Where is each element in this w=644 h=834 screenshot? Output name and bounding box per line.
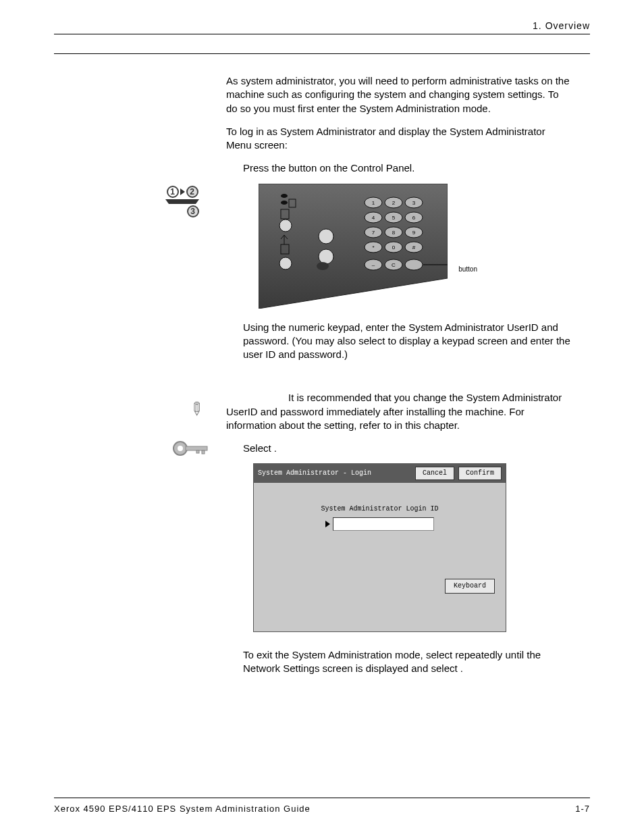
step-3-text: Select . bbox=[243, 442, 570, 455]
panel-button-label: button bbox=[458, 265, 477, 274]
svg-text:7: 7 bbox=[372, 230, 375, 236]
svg-text:6: 6 bbox=[412, 215, 416, 221]
svg-text:1: 1 bbox=[372, 200, 375, 206]
step-1-badge: 1 bbox=[167, 186, 179, 198]
control-panel-figure: 123 456 789 *0# –C button bbox=[259, 184, 448, 309]
arrow-right-icon bbox=[180, 188, 185, 195]
svg-point-1 bbox=[281, 201, 288, 205]
cancel-button[interactable]: Cancel bbox=[415, 467, 454, 480]
svg-point-41 bbox=[178, 446, 183, 451]
svg-rect-43 bbox=[202, 450, 205, 454]
svg-point-0 bbox=[281, 194, 288, 198]
login-titlebar: System Administrator - Login Cancel Conf… bbox=[254, 464, 506, 483]
step-2-badge: 2 bbox=[186, 186, 198, 198]
svg-text:0: 0 bbox=[392, 244, 396, 251]
svg-text:4: 4 bbox=[372, 215, 375, 221]
step-sequence-icon: 1 2 3 bbox=[165, 186, 199, 217]
caret-right-icon bbox=[325, 521, 330, 527]
svg-point-7 bbox=[319, 229, 333, 244]
exit-note: To exit the System Administration mode, … bbox=[243, 648, 570, 676]
breadcrumb: 1. Overview bbox=[533, 20, 590, 31]
svg-text:C: C bbox=[392, 262, 396, 268]
login-field-label: System Administrator Login ID bbox=[262, 504, 498, 514]
svg-text:9: 9 bbox=[412, 230, 416, 236]
footer-title: Xerox 4590 EPS/4110 EPS System Administr… bbox=[54, 804, 311, 814]
login-dialog-figure: System Administrator - Login Cancel Conf… bbox=[253, 463, 506, 632]
arrow-down-icon bbox=[165, 199, 199, 204]
svg-text:#: # bbox=[412, 244, 416, 251]
login-body: System Administrator Login ID Keyboard bbox=[254, 483, 506, 631]
svg-point-24 bbox=[405, 259, 423, 270]
key-icon bbox=[172, 439, 209, 461]
svg-text:8: 8 bbox=[392, 230, 396, 236]
svg-text:–: – bbox=[372, 262, 375, 268]
svg-rect-42 bbox=[186, 446, 207, 450]
svg-point-9 bbox=[317, 262, 329, 270]
step-1-text: Press the button on the Control Panel. bbox=[243, 161, 570, 175]
intro-p2: To log in as System Administrator and di… bbox=[226, 125, 570, 153]
footer-page: 1-7 bbox=[575, 804, 590, 814]
confirm-button[interactable]: Confirm bbox=[458, 467, 502, 480]
svg-text:*: * bbox=[372, 244, 374, 251]
svg-text:2: 2 bbox=[392, 200, 396, 206]
svg-point-6 bbox=[279, 257, 292, 269]
step-2-text: Using the numeric keypad, enter the Syst… bbox=[243, 321, 570, 362]
page: 1. Overview 1 2 3 As system administrato… bbox=[0, 0, 644, 704]
svg-point-8 bbox=[319, 249, 333, 264]
content-column: As system administrator, you will need t… bbox=[226, 74, 570, 675]
svg-text:5: 5 bbox=[392, 215, 396, 221]
header-rule bbox=[54, 53, 590, 54]
control-panel-svg: 123 456 789 *0# –C bbox=[259, 184, 448, 309]
intro-p1: As system administrator, you will need t… bbox=[226, 74, 570, 115]
keyboard-button[interactable]: Keyboard bbox=[445, 579, 495, 594]
step-3-badge: 3 bbox=[187, 205, 199, 217]
svg-text:3: 3 bbox=[412, 200, 416, 206]
svg-point-4 bbox=[279, 219, 292, 232]
page-footer: Xerox 4590 EPS/4110 EPS System Administr… bbox=[54, 798, 590, 814]
keypoint-text: It is recommended that you change the Sy… bbox=[226, 391, 570, 432]
svg-rect-44 bbox=[196, 450, 199, 453]
pen-icon: ✎ bbox=[184, 396, 209, 421]
login-dialog: System Administrator - Login Cancel Conf… bbox=[253, 463, 506, 632]
login-id-input[interactable] bbox=[333, 517, 434, 531]
page-header: 1. Overview bbox=[54, 20, 590, 34]
login-title: System Administrator - Login bbox=[258, 469, 371, 478]
